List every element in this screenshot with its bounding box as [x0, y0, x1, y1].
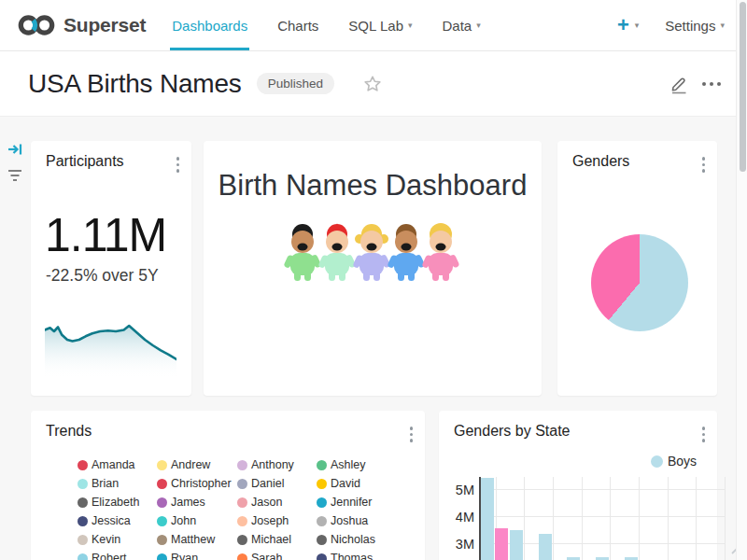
legend-dot: [317, 535, 327, 545]
big-number-value: 1.11M: [45, 212, 166, 259]
gridline-vertical: [582, 477, 583, 560]
legend-item-jason[interactable]: Jason: [237, 493, 317, 511]
legend-item-jessica[interactable]: Jessica: [78, 511, 157, 530]
legend-item-daniel[interactable]: Daniel: [237, 474, 317, 493]
legend-label: Amanda: [92, 458, 135, 471]
legend-item-ashley[interactable]: Ashley: [317, 455, 419, 474]
nav-item-label: Data: [443, 18, 472, 34]
superset-dashboard-app: Superset Dashboards Charts SQL Lab ▾ Dat…: [0, 0, 747, 560]
bar-boys: [539, 534, 552, 560]
edit-pencil-icon[interactable]: [669, 74, 689, 94]
legend-dot: [78, 460, 88, 470]
legend-dot: [237, 479, 247, 489]
legend-item-john[interactable]: John: [157, 511, 237, 530]
legend-item-ryan[interactable]: Ryan: [157, 549, 237, 560]
legend-dot: [78, 535, 88, 545]
legend-dot: [237, 497, 247, 508]
legend-item-joshua[interactable]: Joshua: [317, 511, 419, 530]
legend-label: Ashley: [331, 458, 366, 471]
nav-item-data[interactable]: Data ▾: [441, 0, 483, 50]
bar-boys: [567, 557, 580, 560]
legend-label: Elizabeth: [92, 496, 139, 509]
gridline-vertical: [725, 477, 726, 560]
top-nav: Superset Dashboards Charts SQL Lab ▾ Dat…: [0, 0, 747, 51]
legend-item-christopher[interactable]: Christopher: [157, 474, 237, 493]
chart-title: Trends: [46, 423, 92, 440]
legend-dot: [78, 516, 88, 526]
y-axis-tick: 5M: [446, 483, 474, 497]
legend-item-sarah[interactable]: Sarah: [237, 549, 317, 560]
expand-filter-bar-icon[interactable]: [7, 141, 23, 161]
header-actions: [669, 74, 723, 94]
y-axis-tick: 3M: [446, 537, 474, 552]
published-badge[interactable]: Published: [257, 73, 334, 94]
header-markdown-card: Birth Names Dashboard: [204, 141, 542, 396]
new-item-button[interactable]: + ▾: [617, 15, 639, 35]
legend-label: Robert: [92, 552, 127, 560]
legend-item-michael[interactable]: Michael: [237, 530, 317, 549]
kids-illustration: [284, 223, 461, 283]
legend-item-david[interactable]: David: [317, 474, 419, 493]
legend-dot: [157, 460, 167, 470]
legend-dot: [157, 479, 167, 489]
gridline-horizontal: [481, 516, 726, 517]
legend-item-andrew[interactable]: Andrew: [157, 455, 237, 474]
bar-girls: [495, 528, 508, 560]
more-actions-icon[interactable]: [700, 74, 723, 94]
legend-item-anthony[interactable]: Anthony: [237, 455, 317, 474]
big-number-delta: -22.5% over 5Y: [46, 266, 159, 286]
legend-dot: [78, 553, 88, 560]
legend-dot: [157, 535, 167, 545]
legend-label: Jason: [251, 496, 282, 509]
legend-item-boys[interactable]: Boys: [651, 454, 697, 469]
legend-label: Anthony: [251, 458, 294, 471]
settings-menu[interactable]: Settings ▾: [665, 18, 725, 34]
bar-boys: [596, 557, 609, 560]
legend-label: Ryan: [171, 552, 198, 560]
legend-label: Sarah: [251, 552, 282, 560]
legend-item-jennifer[interactable]: Jennifer: [317, 493, 419, 511]
legend-label: Kevin: [92, 533, 120, 546]
participants-sparkline: [45, 309, 176, 379]
legend-item-matthew[interactable]: Matthew: [157, 530, 237, 549]
legend-item-thomas[interactable]: Thomas: [317, 549, 419, 560]
legend-dot: [237, 553, 247, 560]
legend-dot: [157, 497, 167, 508]
chart-menu-icon[interactable]: [699, 424, 709, 445]
gridline-vertical: [696, 477, 697, 560]
bar-chart-plot-area: [479, 476, 726, 560]
chevron-down-icon: ▾: [720, 21, 725, 30]
legend-label: Christopher: [171, 477, 232, 490]
chart-menu-icon[interactable]: [174, 154, 183, 175]
legend-dot: [317, 497, 327, 508]
legend-item-robert[interactable]: Robert: [78, 549, 157, 560]
favorite-star-icon[interactable]: [362, 74, 383, 94]
nav-item-sql-lab[interactable]: SQL Lab ▾: [346, 0, 414, 50]
legend-item-brian[interactable]: Brian: [78, 474, 157, 493]
page-title: USA Births Names: [28, 69, 242, 99]
legend-item-joseph[interactable]: Joseph: [237, 511, 317, 530]
chevron-down-icon: ▾: [408, 21, 413, 30]
legend-item-elizabeth[interactable]: Elizabeth: [78, 493, 157, 511]
nav-item-charts[interactable]: Charts: [275, 0, 320, 50]
legend-dot: [237, 516, 247, 526]
legend-label: Matthew: [171, 533, 215, 546]
gridline-vertical: [639, 477, 640, 560]
legend-item-nicholas[interactable]: Nicholas: [317, 530, 419, 549]
scrollbar-thumb[interactable]: [740, 2, 746, 172]
legend-dot: [78, 497, 88, 508]
legend-item-amanda[interactable]: Amanda: [78, 455, 157, 474]
chart-menu-icon[interactable]: [699, 154, 709, 175]
legend-item-james[interactable]: James: [157, 493, 237, 511]
chart-menu-icon[interactable]: [407, 424, 416, 445]
legend-label: Daniel: [251, 477, 284, 490]
nav-item-dashboards[interactable]: Dashboards: [170, 0, 249, 50]
legend-label: David: [331, 477, 360, 490]
filter-list-icon[interactable]: [7, 167, 23, 188]
legend-dot: [157, 516, 167, 526]
nav-item-label: Charts: [277, 18, 318, 34]
legend-item-kevin[interactable]: Kevin: [78, 530, 157, 549]
dashboard-header: USA Births Names Published: [0, 51, 747, 117]
gridline-vertical: [524, 477, 525, 560]
superset-logo[interactable]: Superset: [17, 0, 146, 50]
